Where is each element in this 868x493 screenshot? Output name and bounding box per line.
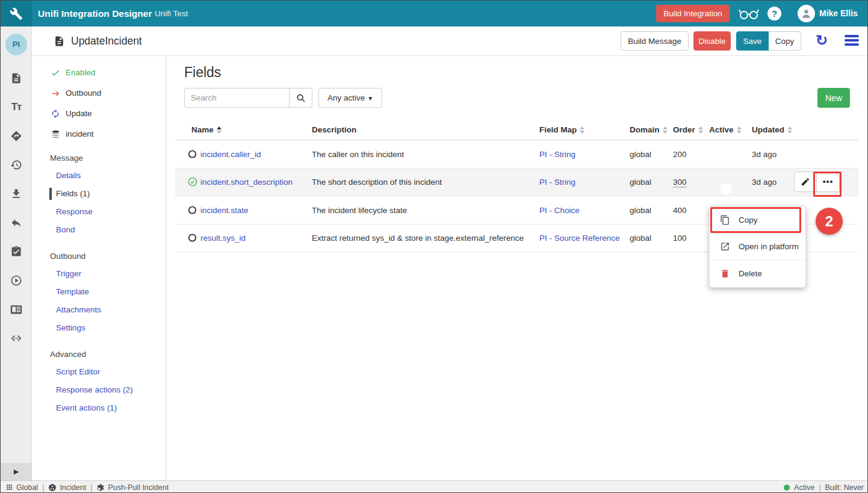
search-button[interactable] xyxy=(290,88,312,108)
statusbar-table[interactable]: Incident xyxy=(48,483,86,492)
table-row: incident.caller_id The caller on this in… xyxy=(175,140,858,169)
text-fields-icon[interactable]: Tᴛ xyxy=(10,101,23,114)
row-state-circle-icon xyxy=(188,149,197,158)
build-message-button[interactable]: Build Message xyxy=(621,31,689,51)
row-state-check-icon xyxy=(188,177,197,187)
column-header-domain[interactable]: Domain xyxy=(630,125,668,134)
nav-item-template[interactable]: Template xyxy=(56,285,89,299)
column-header-field-map[interactable]: Field Map xyxy=(539,125,584,134)
directions-icon[interactable] xyxy=(10,129,23,143)
documentation-book-icon[interactable] xyxy=(10,303,23,316)
page-title: Fields xyxy=(184,64,221,81)
help-icon[interactable]: ? xyxy=(767,7,781,20)
statusbar-process[interactable]: Push-Pull Incident xyxy=(96,483,169,492)
nav-item-script-editor[interactable]: Script Editor xyxy=(56,365,101,379)
field-name-link[interactable]: incident.short_description xyxy=(200,178,293,187)
ellipsis-icon: ••• xyxy=(823,177,834,187)
nav-status-direction[interactable]: Outbound xyxy=(50,87,101,100)
glasses-preview-icon[interactable] xyxy=(739,8,759,20)
statusbar-domain[interactable]: Global xyxy=(5,483,38,492)
field-name-link[interactable]: incident.state xyxy=(200,205,249,214)
field-domain: global xyxy=(630,178,651,187)
nav-item-event-actions[interactable]: Event actions (1) xyxy=(56,402,117,415)
field-description: The short description of this incident xyxy=(312,178,442,187)
gear-icon xyxy=(96,483,105,492)
column-header-updated[interactable]: Updated xyxy=(752,125,792,134)
field-description: The incident lifecycle state xyxy=(312,205,407,214)
user-name[interactable]: Mike Ellis xyxy=(819,1,858,26)
new-button[interactable]: New xyxy=(817,88,850,108)
field-domain: global xyxy=(630,149,651,158)
document-icon xyxy=(54,36,65,47)
separator: | xyxy=(90,483,92,492)
nav-status-enabled[interactable]: Enabled xyxy=(50,66,96,79)
incident-wheel-icon xyxy=(48,483,57,492)
reply-icon[interactable] xyxy=(10,216,23,229)
column-header-description[interactable]: Description xyxy=(312,125,356,134)
grid-apps-icon xyxy=(5,483,13,491)
copy-icon xyxy=(720,215,730,225)
row-state-circle-icon xyxy=(188,205,197,214)
field-order: 100 xyxy=(673,234,687,243)
refresh-icon[interactable]: ↻ xyxy=(813,31,830,50)
nav-item-response-actions[interactable]: Response actions (2) xyxy=(56,383,133,397)
search-icon xyxy=(296,93,306,103)
details-document-icon[interactable] xyxy=(10,72,23,85)
active-filter-dropdown[interactable]: Any active▼ xyxy=(318,88,382,108)
app-window: Unifi Integration Designer Unifi Test Bu… xyxy=(0,0,868,493)
play-circle-icon[interactable] xyxy=(10,274,23,287)
sort-icon xyxy=(217,126,222,134)
integration-avatar[interactable]: PI xyxy=(5,34,27,55)
more-actions-button[interactable]: ••• xyxy=(817,172,840,192)
code-icon[interactable] xyxy=(10,332,23,345)
user-avatar[interactable] xyxy=(798,5,815,22)
build-integration-button[interactable]: Build Integration xyxy=(656,5,730,22)
context-menu-copy[interactable]: Copy xyxy=(710,207,805,234)
edit-row-button[interactable] xyxy=(794,172,817,192)
field-name-link[interactable]: result.sys_id xyxy=(200,234,246,243)
side-navigation: Enabled Outbound Update incident Message… xyxy=(32,56,166,480)
field-updated: 3d ago xyxy=(752,178,777,187)
field-order-editable[interactable]: 300 xyxy=(673,178,687,188)
sort-icon xyxy=(663,126,668,134)
search-input[interactable] xyxy=(184,88,290,108)
nav-item-details[interactable]: Details xyxy=(56,169,81,182)
nav-status-table[interactable]: incident xyxy=(50,128,94,141)
nav-item-settings[interactable]: Settings xyxy=(56,321,85,335)
nav-item-attachments[interactable]: Attachments xyxy=(56,303,101,317)
row-state-circle-icon xyxy=(188,234,197,243)
field-name-link[interactable]: incident.caller_id xyxy=(200,149,261,158)
environment-name[interactable]: Unifi Test xyxy=(155,1,188,26)
field-map-link[interactable]: PI - String xyxy=(539,149,575,158)
column-header-order[interactable]: Order xyxy=(673,125,703,134)
column-header-active[interactable]: Active xyxy=(709,125,742,134)
expand-rail-button[interactable]: ▶ xyxy=(1,463,32,480)
nav-item-response[interactable]: Response xyxy=(56,205,93,219)
sort-icon xyxy=(698,126,703,134)
copy-record-button[interactable]: Copy xyxy=(769,31,801,51)
nav-item-trigger[interactable]: Trigger xyxy=(56,267,81,281)
nav-item-bond[interactable]: Bond xyxy=(56,223,75,237)
table-header: Name Description Field Map Domain Order … xyxy=(175,119,858,140)
field-map-link[interactable]: PI - String xyxy=(539,178,575,187)
disable-button[interactable]: Disable xyxy=(693,31,731,51)
nav-item-fields[interactable]: Fields (1) xyxy=(56,187,90,200)
field-map-link[interactable]: PI - Source Reference xyxy=(539,234,620,243)
menu-hamburger-icon[interactable] xyxy=(845,35,859,47)
tasks-clipboard-icon[interactable] xyxy=(10,245,23,258)
field-map-link[interactable]: PI - Choice xyxy=(539,205,580,214)
field-updated: 3d ago xyxy=(752,149,777,158)
context-menu-open-in-platform[interactable]: Open in platform xyxy=(710,234,805,260)
field-description: The caller on this incident xyxy=(312,149,404,158)
field-domain: global xyxy=(630,234,651,243)
column-header-name[interactable]: Name xyxy=(191,125,222,134)
active-status-dot xyxy=(784,485,790,491)
field-description: Extract returned sys_id & store in stage… xyxy=(312,234,524,243)
app-title: Unifi Integration Designer xyxy=(38,1,152,26)
app-logo[interactable] xyxy=(1,1,32,26)
history-icon[interactable] xyxy=(10,158,23,172)
nav-status-update[interactable]: Update xyxy=(50,107,92,120)
download-icon[interactable] xyxy=(10,187,23,200)
context-menu-delete[interactable]: Delete xyxy=(710,260,805,287)
save-button[interactable]: Save xyxy=(736,31,769,51)
